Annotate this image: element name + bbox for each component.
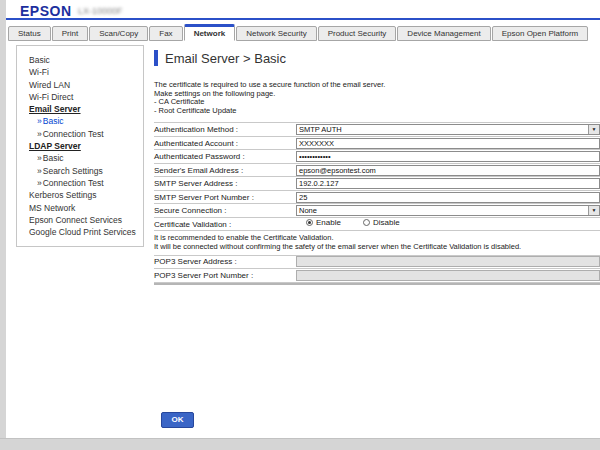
smtp-server-port-number-label: SMTP Server Port Number : [154, 193, 296, 202]
sidebar-item-wired-lan[interactable]: Wired LAN [17, 79, 143, 91]
certificate-validation-value-cell: EnableDisable [296, 218, 600, 230]
senders-email-address-input[interactable]: epson@epsontest.com [296, 165, 600, 176]
certificate-validation-option-enable[interactable]: Enable [306, 218, 341, 227]
tab-epson-open-platform[interactable]: Epson Open Platform [492, 26, 588, 41]
sidebar-item-connection-test[interactable]: Connection Test [17, 128, 143, 140]
tab-product-security[interactable]: Product Security [318, 26, 397, 41]
window-left-strip [0, 0, 6, 450]
epson-logo: EPSON [20, 3, 72, 19]
main-content: Email Server > Basic The certificate is … [154, 45, 600, 285]
pop3-server-address-input [296, 256, 600, 267]
chevron-down-icon[interactable]: ▼ [588, 125, 599, 134]
secure-connection-select[interactable]: None▼ [296, 205, 600, 216]
form-row-authentication-method: Authentication Method :SMTP AUTH▼ [154, 123, 600, 137]
authenticated-password-label: Authenticated Password : [154, 152, 296, 161]
form-row-smtp-server-address: SMTP Server Address :192.0.2.127 [154, 177, 600, 191]
pop3-server-address-value-cell [296, 256, 600, 268]
page-title-row: Email Server > Basic [154, 50, 600, 67]
certificate-validation-label: Certificate Validation : [154, 220, 296, 229]
network-sidebar-menu: BasicWi-FiWired LANWi-Fi DirectEmail Ser… [16, 45, 144, 247]
sidebar-item-wi-fi-direct[interactable]: Wi-Fi Direct [17, 91, 143, 103]
tab-device-management[interactable]: Device Management [397, 26, 490, 41]
authentication-method-select[interactable]: SMTP AUTH▼ [296, 124, 600, 135]
tab-fax[interactable]: Fax [149, 26, 182, 41]
tab-network-security[interactable]: Network Security [236, 26, 316, 41]
tab-network[interactable]: Network [184, 24, 236, 41]
tab-print[interactable]: Print [52, 26, 88, 41]
certificate-validation-option-disable[interactable]: Disable [363, 218, 400, 227]
tab-scan-copy[interactable]: Scan/Copy [89, 26, 148, 41]
sidebar-item-email-server[interactable]: Email Server [17, 103, 143, 115]
authenticated-password-input[interactable]: •••••••••••• [296, 151, 600, 162]
sidebar-item-search-settings[interactable]: Search Settings [17, 165, 143, 177]
authenticated-account-value-cell: XXXXXXX [296, 137, 600, 149]
radio-icon [306, 219, 313, 226]
web-config-page: EPSON LX-10000F StatusPrintScan/CopyFaxN… [6, 0, 600, 438]
description-line: Make settings on the following page. [154, 90, 600, 99]
form-row-smtp-server-port-number: SMTP Server Port Number :25 [154, 191, 600, 205]
description-line: - Root Certificate Update [154, 107, 600, 116]
form-row-authenticated-account: Authenticated Account :XXXXXXX [154, 137, 600, 151]
sidebar-item-epson-connect-services[interactable]: Epson Connect Services [17, 214, 143, 226]
form-row-pop3-server-address: POP3 Server Address : [154, 256, 600, 270]
certificate-validation-note: It is recommended to enable the Certific… [154, 234, 600, 251]
smtp-server-address-value-cell: 192.0.2.127 [296, 178, 600, 190]
authenticated-password-value-cell: •••••••••••• [296, 151, 600, 163]
header-divider [0, 18, 600, 20]
smtp-server-address-label: SMTP Server Address : [154, 179, 296, 188]
senders-email-address-value-cell: epson@epsontest.com [296, 164, 600, 176]
radio-dot [308, 221, 311, 224]
tab-status[interactable]: Status [8, 26, 51, 41]
form-row-pop3-server-port-number: POP3 Server Port Number : [154, 269, 600, 283]
pop3-server-port-number-value-cell [296, 269, 600, 281]
sidebar-item-google-cloud-print-services[interactable]: Google Cloud Print Services [17, 226, 143, 238]
note-line: It will be connected without confirming … [154, 243, 600, 252]
page-description: The certificate is required to use a sec… [154, 81, 600, 115]
secure-connection-value-cell: None▼ [296, 205, 600, 217]
title-accent-bar [154, 50, 158, 66]
page-title: Email Server > Basic [165, 51, 286, 66]
senders-email-address-label: Sender's Email Address : [154, 166, 296, 175]
certificate-validation-option-label: Enable [316, 218, 341, 227]
top-tab-bar: StatusPrintScan/CopyFaxNetworkNetwork Se… [8, 25, 589, 41]
chevron-down-icon[interactable]: ▼ [588, 206, 599, 215]
form-row-authenticated-password: Authenticated Password :•••••••••••• [154, 150, 600, 164]
ok-button[interactable]: OK [161, 412, 194, 428]
authenticated-account-input[interactable]: XXXXXXX [296, 138, 600, 149]
pop3-server-port-number-input [296, 270, 600, 281]
window-bottom-strip [0, 438, 600, 450]
email-server-form: Authentication Method :SMTP AUTH▼Authent… [154, 122, 600, 231]
secure-connection-label: Secure Connection : [154, 206, 296, 215]
sidebar-item-connection-test[interactable]: Connection Test [17, 177, 143, 189]
pop3-form: POP3 Server Address :POP3 Server Port Nu… [154, 255, 600, 285]
sidebar-item-ldap-server[interactable]: LDAP Server [17, 140, 143, 152]
authenticated-account-label: Authenticated Account : [154, 139, 296, 148]
smtp-server-address-input[interactable]: 192.0.2.127 [296, 178, 600, 189]
authentication-method-label: Authentication Method : [154, 125, 296, 134]
sidebar-item-basic[interactable]: Basic [17, 54, 143, 66]
authentication-method-value-cell: SMTP AUTH▼ [296, 124, 600, 136]
pop3-server-port-number-label: POP3 Server Port Number : [154, 271, 296, 280]
radio-icon [363, 219, 370, 226]
form-row-secure-connection: Secure Connection :None▼ [154, 204, 600, 218]
form-row-senders-email-address: Sender's Email Address :epson@epsontest.… [154, 164, 600, 178]
certificate-validation-radio-group: EnableDisable [296, 218, 600, 227]
sidebar-item-basic[interactable]: Basic [17, 115, 143, 127]
sidebar-item-wi-fi[interactable]: Wi-Fi [17, 66, 143, 78]
certificate-validation-option-label: Disable [373, 218, 400, 227]
pop3-server-address-label: POP3 Server Address : [154, 257, 296, 266]
sidebar-item-ms-network[interactable]: MS Network [17, 202, 143, 214]
printer-model-label: LX-10000F [78, 6, 123, 16]
form-row-certificate-validation: Certificate Validation :EnableDisable [154, 218, 600, 232]
sidebar-item-kerberos-settings[interactable]: Kerberos Settings [17, 189, 143, 201]
sidebar-item-basic[interactable]: Basic [17, 152, 143, 164]
smtp-server-port-number-input[interactable]: 25 [296, 192, 600, 203]
smtp-server-port-number-value-cell: 25 [296, 191, 600, 203]
